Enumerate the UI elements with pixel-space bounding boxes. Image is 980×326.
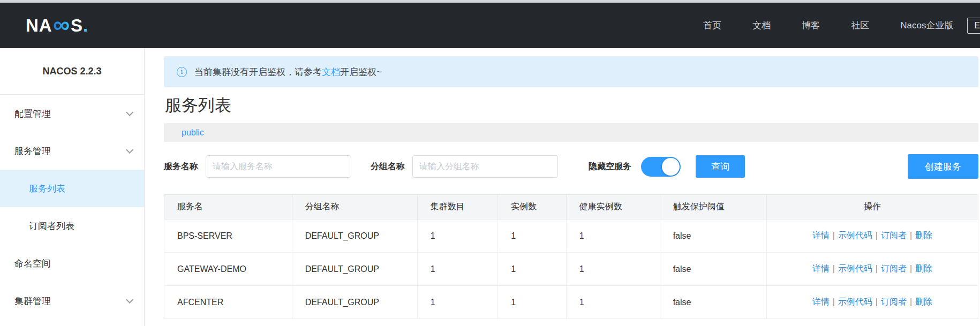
column-header: 健康实例数 xyxy=(566,195,660,219)
main-content: i 当前集群没有开启鉴权，请参考文档开启鉴权~ 服务列表 public 服务名称… xyxy=(145,48,980,326)
action-separator: | xyxy=(876,297,878,306)
action-link-delete[interactable]: 删除 xyxy=(915,231,932,240)
sidebar-item-label: 命名空间 xyxy=(14,257,51,270)
action-link-detail[interactable]: 详情 xyxy=(812,297,830,306)
query-button[interactable]: 查询 xyxy=(696,155,745,178)
cell-threshold: false xyxy=(660,286,766,319)
nav-item-enterprise[interactable]: Nacos企业版 xyxy=(900,19,953,32)
action-link-detail[interactable]: 详情 xyxy=(812,231,830,240)
banner-docs-link[interactable]: 文档 xyxy=(322,66,340,78)
group-name-label: 分组名称 xyxy=(371,161,405,172)
sidebar-item-service-list[interactable]: 服务列表 xyxy=(0,170,144,207)
action-link-delete[interactable]: 删除 xyxy=(915,297,932,306)
action-link-subscribers[interactable]: 订阅者 xyxy=(881,297,907,306)
column-header: 分组名称 xyxy=(292,195,417,219)
sidebar: NACOS 2.2.3 配置管理服务管理服务列表订阅者列表命名空间集群管理 xyxy=(0,48,145,326)
banner-text-after: 开启鉴权~ xyxy=(340,66,382,78)
sidebar-item-label: 订阅者列表 xyxy=(29,220,74,232)
action-separator: | xyxy=(833,297,835,306)
cell-instances: 1 xyxy=(498,253,567,286)
chevron-down-icon xyxy=(126,146,133,154)
chevron-down-icon xyxy=(126,109,133,116)
action-link-sample-code[interactable]: 示例代码 xyxy=(838,297,872,306)
nav-item-community[interactable]: 社区 xyxy=(851,19,869,32)
cell-healthy: 1 xyxy=(566,286,660,319)
top-header: NA∞S. 首页文档博客社区Nacos企业版 En xyxy=(0,3,980,48)
cell-actions: 详情|示例代码|订阅者|删除 xyxy=(766,253,978,286)
sidebar-item-label: 服务管理 xyxy=(14,145,51,157)
service-table: 服务名分组名称集群数目实例数健康实例数触发保护阈值操作 BPS-SERVERDE… xyxy=(164,194,978,319)
cell-clusters: 1 xyxy=(417,219,497,253)
sidebar-item-label: 集群管理 xyxy=(14,295,51,307)
nacos-logo[interactable]: NA∞S. xyxy=(26,16,88,35)
cell-healthy: 1 xyxy=(566,219,660,253)
cell-actions: 详情|示例代码|订阅者|删除 xyxy=(766,219,978,253)
action-separator: | xyxy=(876,231,878,240)
sidebar-item-service-management[interactable]: 服务管理 xyxy=(0,132,144,170)
nav-item-home[interactable]: 首页 xyxy=(703,19,721,32)
cell-clusters: 1 xyxy=(417,286,497,319)
action-separator: | xyxy=(876,264,878,273)
language-toggle-button[interactable]: En xyxy=(967,18,980,34)
sidebar-version-label: NACOS 2.2.3 xyxy=(0,48,144,95)
sidebar-item-subscriber-list[interactable]: 订阅者列表 xyxy=(0,207,144,245)
action-link-sample-code[interactable]: 示例代码 xyxy=(838,264,872,273)
service-name-label: 服务名称 xyxy=(164,161,198,172)
table-row: GATEWAY-DEMODEFAULT_GROUP111false详情|示例代码… xyxy=(164,253,978,286)
table-header-row: 服务名分组名称集群数目实例数健康实例数触发保护阈值操作 xyxy=(164,195,978,219)
namespace-bar: public xyxy=(164,123,978,142)
action-separator: | xyxy=(833,264,835,273)
page-title: 服务列表 xyxy=(165,94,978,117)
cell-service: GATEWAY-DEMO xyxy=(164,253,292,286)
chevron-down-icon xyxy=(126,296,133,304)
info-icon: i xyxy=(177,67,187,77)
column-header: 操作 xyxy=(766,195,978,219)
sidebar-item-config-management[interactable]: 配置管理 xyxy=(0,95,144,132)
cell-service: BPS-SERVER xyxy=(164,219,292,253)
banner-text-before: 当前集群没有开启鉴权，请参考 xyxy=(194,66,322,78)
nav-item-docs[interactable]: 文档 xyxy=(752,19,771,32)
logo-dot: . xyxy=(83,17,88,34)
search-toolbar: 服务名称 分组名称 隐藏空服务 查询 创建服务 xyxy=(164,155,978,178)
action-link-subscribers[interactable]: 订阅者 xyxy=(881,231,907,240)
cell-clusters: 1 xyxy=(417,253,497,286)
group-name-input[interactable] xyxy=(412,155,558,178)
action-separator: | xyxy=(833,231,835,240)
namespace-tab-public[interactable]: public xyxy=(182,128,204,138)
logo-text-prefix: NA xyxy=(26,17,52,34)
service-name-input[interactable] xyxy=(206,155,351,178)
cell-service: AFCENTER xyxy=(164,286,292,319)
toggle-knob xyxy=(662,158,680,176)
sidebar-item-namespace[interactable]: 命名空间 xyxy=(0,245,144,282)
cell-healthy: 1 xyxy=(566,253,660,286)
hide-empty-service-toggle[interactable] xyxy=(641,157,681,177)
cell-group: DEFAULT_GROUP xyxy=(292,286,417,319)
column-header: 触发保护阈值 xyxy=(660,195,766,219)
column-header: 集群数目 xyxy=(417,195,497,219)
column-header: 服务名 xyxy=(164,195,292,219)
action-separator: | xyxy=(910,231,912,240)
action-link-sample-code[interactable]: 示例代码 xyxy=(838,231,872,240)
cell-threshold: false xyxy=(660,219,766,253)
table-row: BPS-SERVERDEFAULT_GROUP111false详情|示例代码|订… xyxy=(164,219,978,253)
action-link-subscribers[interactable]: 订阅者 xyxy=(881,264,907,273)
create-service-button[interactable]: 创建服务 xyxy=(908,154,978,179)
action-separator: | xyxy=(910,297,912,306)
sidebar-item-cluster-management[interactable]: 集群管理 xyxy=(0,282,144,320)
sidebar-menu: 配置管理服务管理服务列表订阅者列表命名空间集群管理 xyxy=(0,95,144,320)
cell-group: DEFAULT_GROUP xyxy=(292,253,417,286)
action-link-delete[interactable]: 删除 xyxy=(915,264,932,273)
table-row: AFCENTERDEFAULT_GROUP111false详情|示例代码|订阅者… xyxy=(164,286,978,319)
logo-text-suffix: S xyxy=(71,17,83,34)
cell-group: DEFAULT_GROUP xyxy=(292,219,417,253)
sidebar-item-label: 服务列表 xyxy=(29,183,65,195)
action-separator: | xyxy=(910,264,912,273)
cell-instances: 1 xyxy=(498,219,567,253)
column-header: 实例数 xyxy=(498,195,567,219)
sidebar-item-label: 配置管理 xyxy=(14,108,51,120)
nav-item-blog[interactable]: 博客 xyxy=(802,19,820,32)
action-link-detail[interactable]: 详情 xyxy=(812,264,830,273)
cell-threshold: false xyxy=(660,253,766,286)
auth-warning-banner: i 当前集群没有开启鉴权，请参考文档开启鉴权~ xyxy=(164,56,978,87)
cell-instances: 1 xyxy=(498,286,567,319)
